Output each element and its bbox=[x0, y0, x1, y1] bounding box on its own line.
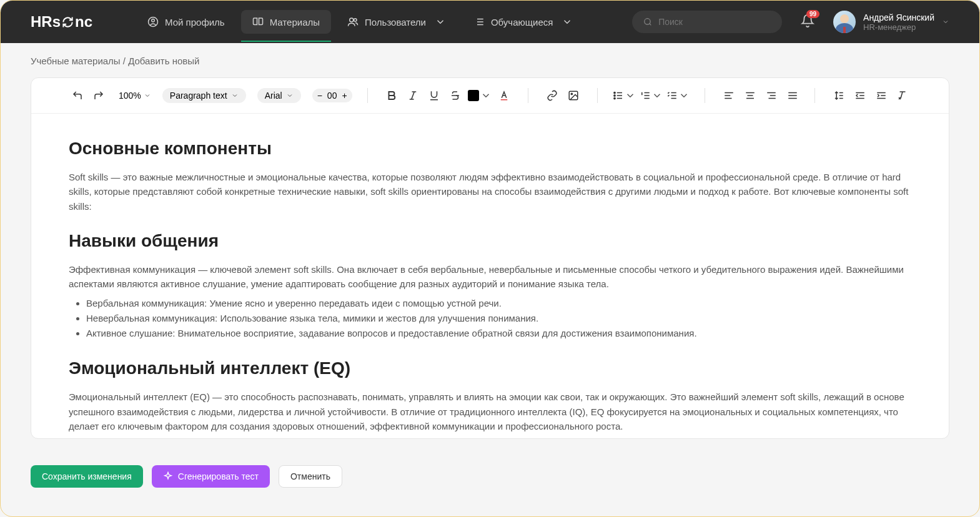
checklist-icon bbox=[666, 90, 678, 101]
generate-test-button[interactable]: Сгенерировать тест bbox=[152, 465, 270, 488]
nav-users[interactable]: Пользователи bbox=[336, 10, 457, 34]
heading-1: Основные компоненты bbox=[69, 139, 911, 159]
indent-increase-button[interactable] bbox=[873, 87, 890, 104]
heading-3: Эмоциональный интеллект (EQ) bbox=[69, 358, 911, 378]
nav-learners-label: Обучающиеся bbox=[491, 17, 553, 27]
svg-point-2 bbox=[350, 18, 354, 22]
breadcrumb-current: Добавить новый bbox=[128, 56, 199, 66]
zoom-select[interactable]: 100% bbox=[119, 91, 151, 101]
svg-point-10 bbox=[645, 19, 650, 24]
notification-badge: 99 bbox=[806, 10, 819, 18]
number-list-button[interactable] bbox=[640, 87, 663, 104]
user-name: Андрей Ясинский bbox=[863, 12, 934, 22]
nav: Мой профиль Материалы Пользователи Обуча… bbox=[136, 10, 584, 34]
cancel-button[interactable]: Отменить bbox=[279, 465, 342, 488]
align-left-button[interactable] bbox=[720, 87, 738, 104]
paragraph-2: Эффективная коммуникация — ключевой элем… bbox=[69, 262, 911, 292]
image-icon bbox=[568, 90, 579, 101]
decrease-size-button[interactable]: − bbox=[317, 91, 322, 101]
underline-icon bbox=[428, 90, 440, 101]
breadcrumb-root[interactable]: Учебные материалы bbox=[31, 56, 121, 66]
heading-2: Навыки общения bbox=[69, 231, 911, 251]
svg-point-25 bbox=[614, 97, 615, 99]
notifications-button[interactable]: 99 bbox=[801, 14, 814, 30]
search-icon bbox=[643, 17, 652, 27]
nav-materials[interactable]: Материалы bbox=[241, 10, 331, 34]
italic-button[interactable] bbox=[404, 87, 422, 104]
redo-button[interactable] bbox=[90, 87, 107, 104]
editor-body[interactable]: Основные компоненты Soft skills — это ва… bbox=[31, 114, 949, 438]
main: Учебные материалы / Добавить новый 100% … bbox=[1, 43, 979, 451]
caret-down-icon bbox=[480, 90, 492, 101]
avatar bbox=[833, 11, 856, 33]
italic-icon bbox=[407, 90, 418, 101]
link-button[interactable] bbox=[543, 87, 561, 104]
nav-learners[interactable]: Обучающиеся bbox=[462, 10, 585, 34]
color-swatch-icon bbox=[468, 90, 479, 101]
strike-button[interactable] bbox=[447, 87, 464, 104]
users-icon bbox=[347, 16, 359, 27]
user-menu[interactable]: Андрей Ясинский HR-менеджер bbox=[833, 11, 949, 33]
svg-line-11 bbox=[650, 24, 651, 25]
bg-color-button[interactable] bbox=[468, 87, 492, 104]
text-color-button[interactable] bbox=[495, 87, 513, 104]
breadcrumb-sep: / bbox=[121, 56, 129, 66]
font-size-stepper[interactable]: − 00 + bbox=[312, 89, 352, 102]
clear-format-icon bbox=[897, 90, 908, 101]
breadcrumb: Учебные материалы / Добавить новый bbox=[31, 56, 949, 66]
indent-decrease-button[interactable] bbox=[851, 87, 869, 104]
paragraph-1: Soft skills — это важные межличностные и… bbox=[69, 170, 911, 214]
list-icon bbox=[473, 16, 485, 27]
list-item: Активное слушание: Внимательное восприят… bbox=[86, 326, 911, 341]
clear-format-button[interactable] bbox=[894, 87, 911, 104]
caret-down-icon bbox=[286, 92, 294, 99]
list-item: Вербальная коммуникация: Умение ясно и у… bbox=[86, 296, 911, 311]
nav-users-label: Пользователи bbox=[365, 17, 426, 27]
para-style-select[interactable]: Paragraph text bbox=[162, 88, 246, 103]
caret-down-icon bbox=[144, 92, 151, 99]
align-center-button[interactable] bbox=[741, 87, 759, 104]
bullet-list-button[interactable] bbox=[613, 87, 636, 104]
bold-button[interactable] bbox=[383, 87, 400, 104]
undo-button[interactable] bbox=[69, 87, 86, 104]
nav-materials-label: Материалы bbox=[270, 17, 320, 27]
svg-point-19 bbox=[571, 93, 572, 94]
list-item: Невербальная коммуникация: Использование… bbox=[86, 311, 911, 326]
link-icon bbox=[547, 90, 558, 101]
align-justify-icon bbox=[787, 90, 798, 101]
line-spacing-icon bbox=[833, 90, 844, 101]
align-right-icon bbox=[766, 90, 777, 101]
book-icon bbox=[252, 16, 264, 27]
generate-button-label: Сгенерировать тест bbox=[178, 471, 259, 481]
align-justify-button[interactable] bbox=[784, 87, 801, 104]
save-button-label: Сохранить изменения bbox=[42, 471, 132, 481]
editor-card: 100% Paragraph text Arial − 00 + bbox=[31, 77, 949, 439]
indent-increase-icon bbox=[876, 90, 887, 101]
font-select[interactable]: Arial bbox=[257, 88, 301, 103]
underline-button[interactable] bbox=[425, 87, 443, 104]
paragraph-3: Эмоциональный интеллект (EQ) — это спосо… bbox=[69, 390, 911, 433]
search-input[interactable] bbox=[658, 17, 771, 27]
strike-icon bbox=[450, 90, 461, 101]
nav-profile[interactable]: Мой профиль bbox=[136, 10, 236, 34]
logo[interactable]: HRsnc bbox=[31, 13, 92, 31]
checklist-button[interactable] bbox=[666, 87, 690, 104]
caret-down-icon bbox=[651, 90, 663, 101]
footer-buttons: Сохранить изменения Сгенерировать тест О… bbox=[1, 451, 979, 501]
line-spacing-button[interactable] bbox=[830, 87, 848, 104]
redo-icon bbox=[93, 90, 104, 101]
user-info: Андрей Ясинский HR-менеджер bbox=[863, 12, 934, 32]
bullet-list-icon bbox=[613, 90, 624, 101]
para-style-value: Paragraph text bbox=[170, 91, 227, 101]
font-size-value: 00 bbox=[327, 91, 337, 101]
sparkle-icon bbox=[163, 471, 173, 481]
chevron-down-icon bbox=[942, 18, 949, 26]
sync-icon bbox=[62, 16, 74, 28]
search-box[interactable] bbox=[632, 11, 782, 33]
save-button[interactable]: Сохранить изменения bbox=[31, 465, 143, 488]
increase-size-button[interactable]: + bbox=[342, 91, 347, 101]
align-right-button[interactable] bbox=[763, 87, 780, 104]
bold-icon bbox=[386, 90, 397, 101]
svg-point-1 bbox=[152, 19, 155, 22]
image-button[interactable] bbox=[565, 87, 582, 104]
